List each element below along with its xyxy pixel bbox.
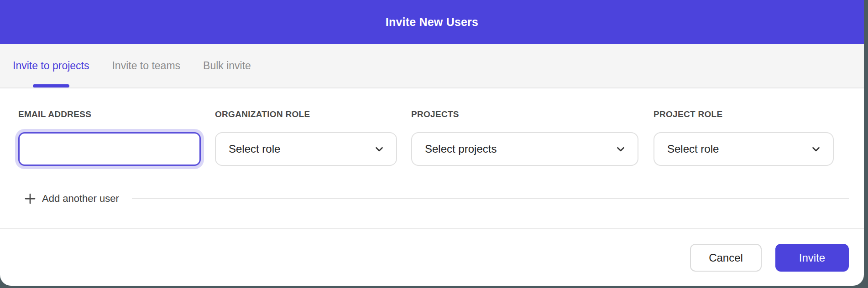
tab-invite-to-teams[interactable]: Invite to teams [112, 44, 180, 87]
chevron-down-icon [373, 143, 385, 155]
add-user-row: Add another user [23, 191, 849, 206]
project-role-label: PROJECT ROLE [654, 109, 722, 119]
select-value: Select projects [425, 143, 497, 155]
invite-new-users-modal: Invite New Users Invite to projects Invi… [0, 0, 864, 286]
cancel-button[interactable]: Cancel [690, 244, 762, 272]
tab-label: Bulk invite [203, 60, 251, 72]
email-address-label: EMAIL ADDRESS [18, 109, 91, 119]
modal-header: Invite New Users [0, 0, 864, 44]
add-another-user-label: Add another user [42, 193, 119, 205]
modal-title: Invite New Users [386, 15, 478, 29]
add-another-user-button[interactable]: Add another user [23, 192, 119, 206]
chevron-down-icon [810, 143, 822, 155]
tab-bar: Invite to projects Invite to teams Bulk … [0, 44, 864, 88]
projects-label: PROJECTS [411, 109, 459, 119]
projects-select[interactable]: Select projects [411, 132, 638, 166]
email-input[interactable] [18, 132, 201, 166]
project-role-select[interactable]: Select role [654, 132, 834, 166]
page-backdrop: Invite New Users Invite to projects Invi… [0, 0, 868, 288]
organization-role-label: ORGANIZATION ROLE [215, 109, 310, 119]
tab-bulk-invite[interactable]: Bulk invite [203, 44, 251, 87]
invite-button[interactable]: Invite [775, 244, 849, 272]
row-divider [132, 198, 849, 199]
select-value: Select role [667, 143, 719, 155]
plus-icon [23, 192, 37, 206]
footer-divider [0, 228, 864, 229]
tab-label: Invite to teams [112, 60, 180, 72]
tab-invite-to-projects[interactable]: Invite to projects [13, 44, 89, 87]
select-value: Select role [229, 143, 280, 155]
chevron-down-icon [615, 143, 627, 155]
active-tab-underline [33, 84, 69, 87]
organization-role-select[interactable]: Select role [215, 132, 397, 166]
tab-label: Invite to projects [13, 60, 89, 72]
